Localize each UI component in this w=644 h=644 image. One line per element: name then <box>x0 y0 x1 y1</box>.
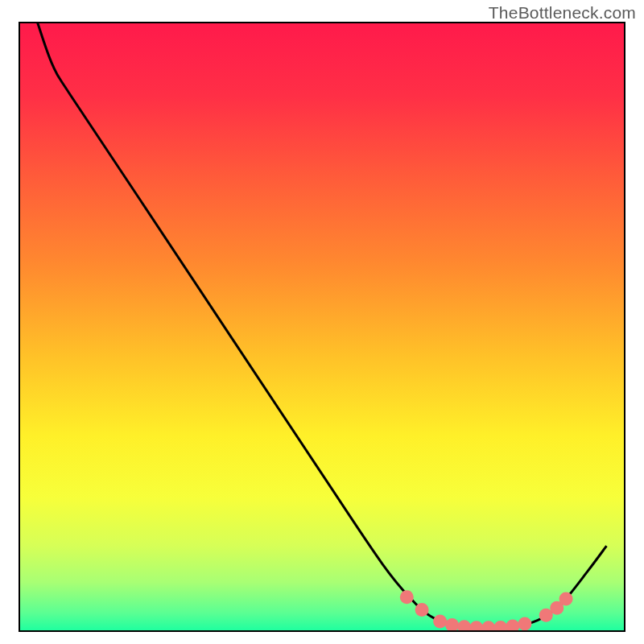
gradient-background <box>19 23 625 631</box>
curve-marker <box>415 603 429 617</box>
bottleneck-chart <box>0 0 644 644</box>
curve-marker <box>433 614 447 628</box>
chart-frame: TheBottleneck.com <box>0 0 644 644</box>
curve-marker <box>469 621 483 634</box>
curve-marker <box>518 617 531 630</box>
curve-marker <box>481 621 495 634</box>
curve-marker <box>400 590 414 604</box>
curve-marker <box>445 618 459 632</box>
curve-marker <box>559 592 573 605</box>
curve-marker <box>493 621 507 634</box>
